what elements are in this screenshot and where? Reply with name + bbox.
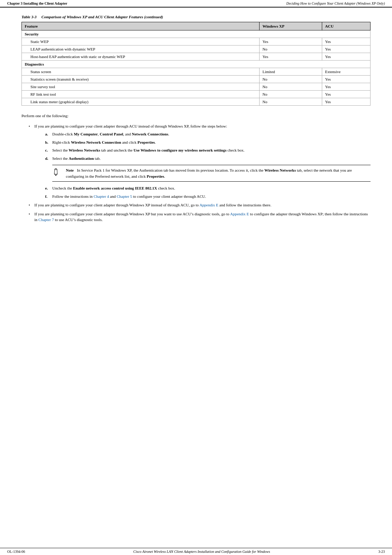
svg-point-0: [55, 169, 57, 170]
link-appendix-e-2[interactable]: Appendix E: [230, 212, 249, 216]
pen-svg: [52, 168, 59, 176]
feature-cell: Statistics screen (transmit & receive): [22, 76, 260, 83]
table-row: Statistics screen (transmit & receive)No…: [22, 76, 371, 83]
step-c-bold2: Use Windows to configure my wireless net…: [134, 148, 227, 152]
bullet-item-2: If you are planning to configure your cl…: [29, 202, 371, 208]
table-row: Link status meter (graphical display)NoY…: [22, 98, 371, 106]
acu-cell: Yes: [322, 46, 371, 53]
table-row: LEAP authentication with dynamic WEPNoYe…: [22, 46, 371, 53]
table-row: Site survey toolNoYes: [22, 83, 371, 91]
table-row: Status screenLimitedExtensive: [22, 68, 371, 76]
windows-xp-cell: Yes: [260, 53, 322, 61]
note-content: Note In Service Pack 1 for Windows XP, t…: [66, 167, 371, 179]
footer-left: OL-1394-06: [7, 550, 25, 554]
step-a-bold3: Network Connections: [132, 132, 168, 136]
col-acu: ACU: [322, 22, 371, 30]
col-feature: Feature: [22, 22, 260, 30]
note-bold2: Properties: [147, 174, 164, 178]
step-a: a. Double-click My Computer, Control Pan…: [45, 131, 371, 137]
step-b-bold2: Properties: [137, 140, 155, 144]
feature-cell: Static WEP: [22, 38, 260, 46]
feature-cell: LEAP authentication with dynamic WEP: [22, 46, 260, 53]
acu-cell: Yes: [322, 83, 371, 91]
acu-cell: Yes: [322, 53, 371, 61]
table-section-row: Security: [22, 30, 371, 38]
windows-xp-cell: Yes: [260, 38, 322, 46]
step-c-bold1: Wireless Networks: [69, 148, 100, 152]
note-label: Note: [66, 168, 74, 172]
page-header: Chapter 3 Installing the Client Adapter …: [0, 0, 392, 8]
step-b-bold1: Wireless Network Connection: [71, 140, 121, 144]
table-label: Table 3-3 Comparison of Windows XP and A…: [21, 15, 163, 19]
note-pen-icon: [52, 167, 63, 179]
bullet-item-1: If you are planning to configure your cl…: [29, 123, 371, 200]
feature-cell: Site survey tool: [22, 83, 260, 91]
step-e-label: e.: [45, 185, 48, 191]
table-row: Static WEPYesYes: [22, 38, 371, 46]
table-title: Table 3-3 Comparison of Windows XP and A…: [21, 15, 371, 19]
step-b-label: b.: [45, 139, 48, 145]
acu-cell: Extensive: [322, 68, 371, 76]
windows-xp-cell: No: [260, 83, 322, 91]
note-bold1: Wireless Networks: [265, 168, 296, 172]
step-c: c. Select the Wireless Networks tab and …: [45, 147, 371, 153]
step-e: e. Uncheck the Enable network access con…: [45, 185, 371, 191]
col-windows-xp: Windows XP: [260, 22, 322, 30]
windows-xp-cell: No: [260, 46, 322, 53]
footer-center: Cisco Aironet Wireless LAN Client Adapte…: [25, 550, 378, 554]
perform-text: Perform one of the following:: [21, 113, 371, 119]
windows-xp-cell: No: [260, 76, 322, 83]
table-header-row: Feature Windows XP ACU: [22, 22, 371, 30]
step-a-bold1: My Computer: [74, 132, 98, 136]
bullet1-intro: If you are planning to configure your cl…: [34, 124, 227, 128]
link-chapter7[interactable]: Chapter 7: [38, 217, 54, 222]
feature-cell: Status screen: [22, 68, 260, 76]
step-d-bold1: Authentication: [69, 156, 94, 161]
link-chapter4[interactable]: Chapter 4: [94, 194, 109, 198]
section-name: Security: [22, 30, 371, 38]
acu-cell: Yes: [322, 38, 371, 46]
acu-cell: Yes: [322, 98, 371, 106]
bullet-item-3: If you are planning to configure your cl…: [29, 211, 371, 223]
note-box: Note In Service Pack 1 for Windows XP, t…: [52, 165, 371, 182]
link-chapter5[interactable]: Chapter 5: [117, 194, 132, 198]
step-a-bold2: Control Panel: [100, 132, 124, 136]
acu-cell: Yes: [322, 76, 371, 83]
page-footer: OL-1394-06 Cisco Aironet Wireless LAN Cl…: [0, 548, 392, 555]
table-section-row: Diagnostics: [22, 61, 371, 68]
step-f: f. Follow the instructions in Chapter 4 …: [45, 193, 371, 200]
windows-xp-cell: No: [260, 91, 322, 98]
alpha-steps-list: a. Double-click My Computer, Control Pan…: [45, 131, 371, 199]
step-d: d. Select the Authentication tab.: [45, 156, 371, 182]
step-f-label: f.: [45, 193, 47, 200]
windows-xp-cell: No: [260, 98, 322, 106]
feature-cell: Host-based EAP authentication with stati…: [22, 53, 260, 61]
footer-right: 3-23: [378, 550, 385, 554]
table-row: RF link test toolNoYes: [22, 91, 371, 98]
feature-cell: RF link test tool: [22, 91, 260, 98]
main-content: Table 3-3 Comparison of Windows XP and A…: [0, 8, 392, 249]
step-c-label: c.: [45, 147, 48, 153]
link-appendix-e-1[interactable]: Appendix E: [199, 203, 218, 207]
header-right: Deciding How to Configure Your Client Ad…: [286, 1, 385, 5]
acu-cell: Yes: [322, 91, 371, 98]
section-name: Diagnostics: [22, 61, 371, 68]
main-bullet-list: If you are planning to configure your cl…: [29, 123, 371, 223]
step-a-label: a.: [45, 131, 48, 137]
windows-xp-cell: Limited: [260, 68, 322, 76]
header-left: Chapter 3 Installing the Client Adapter: [7, 1, 67, 5]
table-row: Host-based EAP authentication with stati…: [22, 53, 371, 61]
feature-cell: Link status meter (graphical display): [22, 98, 260, 106]
step-e-bold: Enable network access control using IEEE…: [73, 186, 157, 190]
step-d-label: d.: [45, 156, 48, 162]
step-b: b. Right-click Wireless Network Connecti…: [45, 139, 371, 145]
features-table: Feature Windows XP ACU SecurityStatic WE…: [21, 22, 371, 106]
